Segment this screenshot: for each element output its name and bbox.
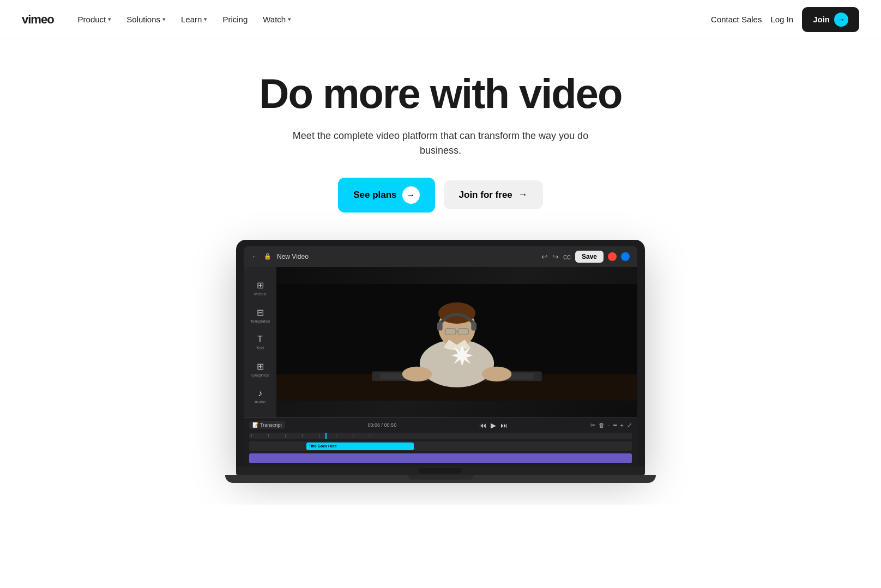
see-plans-arrow-icon: → — [402, 186, 420, 204]
editor-topbar: ← 🔒 New Video ↩ ↪ cc Save — [244, 246, 637, 267]
nav-item-solutions[interactable]: Solutions ▾ — [120, 10, 172, 28]
laptop-notch — [419, 468, 462, 474]
undo-icon[interactable]: ↩ — [541, 252, 548, 261]
nav-product-label: Product — [78, 15, 106, 24]
laptop-stand — [408, 475, 473, 480]
sidebar-tool-graphics[interactable]: ⊞ Graphics — [246, 357, 274, 382]
sidebar-tool-text[interactable]: T Text — [246, 330, 274, 355]
transcript-label: Transcript — [260, 422, 282, 428]
sidebar-tool-media[interactable]: ⊞ Media — [246, 276, 274, 301]
save-button[interactable]: Save — [575, 251, 604, 263]
timeline-controls: 📝 Transcript 00:06 / 00:50 ⏮ ▶ ⏭ — [249, 421, 632, 429]
ruler-mark — [251, 434, 252, 437]
audio-icon: ♪ — [258, 389, 262, 398]
join-arrow-icon: → — [834, 13, 848, 27]
see-plans-button[interactable]: See plans → — [338, 178, 435, 213]
join-free-label: Join for free — [459, 190, 512, 201]
chevron-down-icon: ▾ — [288, 16, 291, 23]
join-label: Join — [813, 15, 830, 24]
sidebar-tool-templates[interactable]: ⊟ Templates — [246, 303, 274, 328]
editor-content: ⊞ Media ⊟ Templates T Text ⊞ — [244, 267, 637, 417]
delete-icon[interactable]: 🗑 — [599, 422, 605, 428]
video-title: New Video — [277, 253, 309, 260]
ruler-mark — [302, 434, 303, 437]
chevron-down-icon: ▾ — [162, 16, 166, 23]
timeline-ruler — [249, 433, 632, 439]
lock-icon: 🔒 — [264, 253, 271, 260]
log-in-link[interactable]: Log In — [770, 15, 793, 24]
ruler-mark — [268, 434, 269, 437]
ruler-mark — [319, 434, 319, 437]
zoom-out-icon[interactable]: - — [608, 422, 610, 428]
chevron-down-icon: ▾ — [108, 16, 111, 23]
play-button[interactable]: ▶ — [491, 421, 496, 429]
title-track: Title Goes Here — [249, 441, 632, 451]
svg-rect-8 — [437, 322, 443, 331]
text-label: Text — [256, 345, 264, 350]
nav-items: Product ▾ Solutions ▾ Learn ▾ Pricing Wa… — [71, 10, 298, 28]
topbar-left: ← 🔒 New Video — [251, 252, 309, 260]
time-current: 00:06 — [368, 422, 381, 428]
cut-icon[interactable]: ✂ — [590, 422, 595, 429]
expand-icon[interactable]: ⤢ — [627, 422, 632, 429]
hero-subtitle: Meet the complete video platform that ca… — [277, 129, 604, 158]
contact-sales-link[interactable]: Contact Sales — [711, 15, 762, 24]
nav-item-learn[interactable]: Learn ▾ — [174, 10, 214, 28]
nav-item-watch[interactable]: Watch ▾ — [256, 10, 298, 28]
hero-section: Do more with video Meet the complete vid… — [0, 39, 881, 505]
title-clip[interactable]: Title Goes Here — [306, 442, 414, 450]
nav-left-group: vimeo Product ▾ Solutions ▾ Learn ▾ Pric… — [22, 10, 298, 28]
playhead — [325, 433, 327, 439]
join-free-arrow-icon: → — [518, 189, 528, 201]
prev-button[interactable]: ⏮ — [479, 421, 486, 429]
svg-rect-10 — [445, 328, 456, 335]
navigation: vimeo Product ▾ Solutions ▾ Learn ▾ Pric… — [0, 0, 881, 39]
templates-label: Templates — [250, 319, 270, 324]
see-plans-label: See plans — [353, 190, 396, 201]
ruler-mark — [353, 434, 353, 437]
play-controls: ⏮ ▶ ⏭ — [479, 421, 508, 429]
user-avatar-blue — [621, 252, 630, 261]
svg-point-13 — [402, 367, 432, 381]
next-button[interactable]: ⏭ — [500, 421, 508, 429]
laptop-mockup: ← 🔒 New Video ↩ ↪ cc Save — [236, 240, 645, 483]
templates-icon: ⊟ — [257, 307, 264, 318]
sidebar-tool-audio[interactable]: ♪ Audio — [246, 384, 274, 409]
nav-solutions-label: Solutions — [126, 15, 160, 24]
svg-point-14 — [482, 367, 512, 381]
back-button[interactable]: ← — [251, 252, 258, 260]
join-button[interactable]: Join → — [802, 7, 859, 32]
time-total: 00:50 — [384, 422, 397, 428]
time-display: 00:06 / 00:50 — [368, 422, 397, 428]
captions-icon[interactable]: cc — [563, 252, 571, 261]
media-icon: ⊞ — [257, 280, 264, 290]
join-free-button[interactable]: Join for free → — [444, 180, 543, 209]
edit-controls: ✂ 🗑 - ━ + ⤢ — [590, 422, 632, 429]
nav-pricing-label: Pricing — [222, 15, 248, 24]
laptop-outer: ← 🔒 New Video ↩ ↪ cc Save — [236, 240, 645, 466]
transcript-badge[interactable]: 📝 Transcript — [249, 421, 285, 429]
hero-buttons: See plans → Join for free → — [338, 178, 543, 213]
user-avatar-red — [608, 252, 617, 261]
editor-timeline: 📝 Transcript 00:06 / 00:50 ⏮ ▶ ⏭ — [244, 417, 637, 466]
svg-marker-15 — [451, 345, 473, 366]
video-preview-area — [276, 267, 637, 417]
transcript-icon: 📝 — [252, 422, 258, 428]
ruler-mark — [370, 434, 370, 437]
redo-icon[interactable]: ↪ — [552, 252, 559, 261]
zoom-in-icon[interactable]: + — [620, 422, 624, 428]
video-placeholder — [276, 267, 637, 417]
ruler-mark — [336, 434, 336, 437]
zoom-slider[interactable]: ━ — [613, 422, 617, 429]
title-clip-text: Title Goes Here — [309, 444, 336, 448]
nav-item-pricing[interactable]: Pricing — [216, 10, 254, 28]
topbar-right: ↩ ↪ cc Save — [541, 251, 630, 263]
svg-rect-11 — [458, 328, 468, 335]
editor-sidebar: ⊞ Media ⊟ Templates T Text ⊞ — [244, 267, 276, 417]
media-label: Media — [254, 292, 266, 296]
ruler-marks — [251, 434, 370, 437]
graphics-label: Graphics — [251, 373, 269, 378]
nav-item-product[interactable]: Product ▾ — [71, 10, 118, 28]
vimeo-logo[interactable]: vimeo — [22, 13, 54, 27]
svg-rect-9 — [471, 322, 476, 331]
